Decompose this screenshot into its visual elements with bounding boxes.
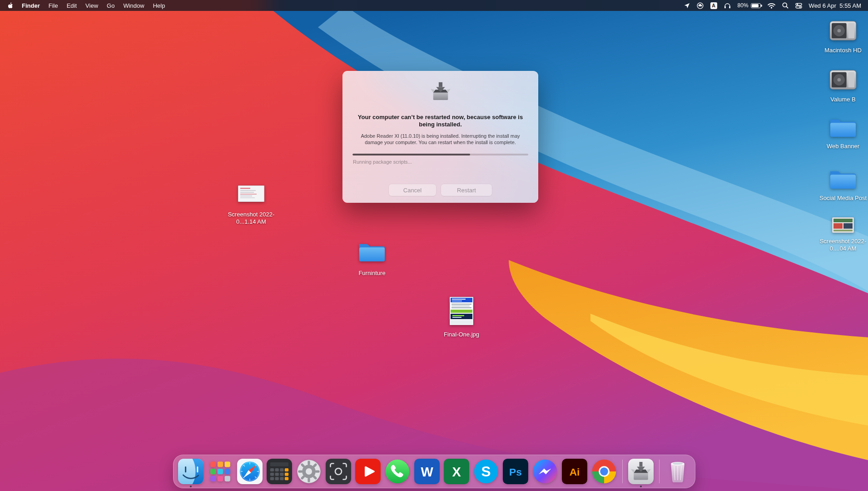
desktop-icon-label: Web Banner — [819, 143, 867, 150]
dock-separator — [622, 460, 623, 483]
menu-bar-status-area: A 80% — [684, 2, 861, 9]
input-source-icon[interactable]: A — [710, 2, 717, 9]
image-thumbnail-icon — [238, 185, 264, 204]
dock: W X S Ps Ai — [173, 455, 695, 488]
menu-edit[interactable]: Edit — [67, 2, 77, 9]
dock-excel-icon[interactable]: X — [444, 459, 469, 484]
image-thumbnail-icon — [832, 217, 854, 235]
adobe-cc-icon[interactable] — [697, 2, 704, 9]
dialog-message: Adobe Reader XI (11.0.10) is being insta… — [354, 133, 527, 145]
spotlight-icon[interactable] — [782, 2, 789, 9]
dialog-title: Your computer can’t be restarted now, be… — [357, 114, 524, 128]
dock-screenshot-icon[interactable] — [326, 459, 351, 484]
input-source-letter: A — [712, 3, 715, 8]
dock-launchpad-icon[interactable] — [208, 459, 233, 484]
dock-calculator-icon[interactable] — [267, 459, 292, 484]
battery-status[interactable]: 80% — [738, 2, 761, 9]
desktop-icon-label: Screenshot 2022-0....04 AM — [819, 238, 867, 252]
svg-text:S: S — [481, 463, 491, 480]
dock-word-icon[interactable]: W — [414, 459, 440, 484]
restart-button[interactable]: Restart — [441, 184, 492, 196]
svg-text:W: W — [421, 465, 433, 479]
dock-finder-icon[interactable] — [178, 459, 203, 484]
svg-text:Ai: Ai — [569, 466, 580, 478]
dock-chrome-icon[interactable] — [591, 459, 617, 484]
cancel-button[interactable]: Cancel — [389, 184, 436, 196]
apple-menu-icon[interactable] — [7, 2, 13, 9]
dock-youtube-icon[interactable] — [355, 459, 381, 484]
dialog-buttons: Cancel Restart — [342, 184, 538, 196]
installer-dialog: Your computer can’t be restarted now, be… — [342, 71, 538, 203]
menu-bar-left: Finder File Edit View Go Window Help — [7, 2, 165, 9]
image-thumbnail-icon — [450, 297, 473, 327]
dock-separator — [659, 460, 660, 483]
location-icon[interactable] — [684, 3, 690, 9]
dock-system-preferences-icon[interactable] — [296, 459, 322, 484]
desktop-icon-label: Macintosh HD — [819, 47, 867, 54]
folder-icon — [358, 241, 386, 264]
dock-whatsapp-icon[interactable] — [385, 459, 410, 484]
installer-package-icon — [429, 80, 452, 104]
dialog-status-text: Running package scripts... — [353, 159, 528, 165]
menu-app-name[interactable]: Finder — [22, 2, 40, 9]
desktop-icon-label: Screenshot 2022-0...1.14 AM — [226, 211, 277, 225]
desktop-icon-screenshot-2[interactable]: Screenshot 2022-0....04 AM — [819, 217, 867, 252]
svg-text:Ps: Ps — [509, 466, 522, 478]
internal-drive-icon — [829, 68, 857, 93]
desktop-icon-web-banner[interactable]: Web Banner — [819, 116, 867, 150]
headphones-icon[interactable] — [724, 3, 731, 9]
menu-help[interactable]: Help — [153, 2, 165, 9]
desktop-icon-label: Final-One.jpg — [435, 331, 488, 338]
menu-bar: Finder File Edit View Go Window Help A — [0, 0, 868, 11]
desktop-icon-label: Furninture — [347, 270, 397, 277]
progress-bar-fill — [352, 154, 470, 155]
dock-illustrator-icon[interactable]: Ai — [562, 459, 587, 484]
desktop-icon-social-media-post[interactable]: Social Media Post — [819, 168, 867, 202]
dock-photoshop-icon[interactable]: Ps — [503, 459, 528, 484]
battery-icon — [751, 3, 761, 8]
menu-window[interactable]: Window — [123, 2, 144, 9]
folder-icon — [829, 116, 857, 140]
control-center-icon[interactable] — [795, 2, 802, 9]
desktop-icon-final-one-jpg[interactable]: Final-One.jpg — [435, 297, 488, 338]
progress-bar — [352, 154, 528, 155]
desktop-icon-furninture[interactable]: Furninture — [347, 241, 397, 277]
folder-icon — [829, 168, 857, 191]
internal-drive-icon — [829, 19, 857, 44]
dock-skype-icon[interactable]: S — [473, 459, 499, 484]
menu-file[interactable]: File — [49, 2, 58, 9]
battery-percent: 80% — [738, 2, 749, 9]
wifi-icon[interactable] — [768, 3, 775, 9]
menu-view[interactable]: View — [85, 2, 98, 9]
dock-trash-icon[interactable] — [665, 459, 690, 484]
menu-go[interactable]: Go — [107, 2, 114, 9]
desktop-icon-screenshot-1[interactable]: Screenshot 2022-0...1.14 AM — [226, 185, 277, 225]
dock-installer-icon[interactable] — [628, 459, 654, 484]
dock-safari-icon[interactable] — [237, 459, 263, 484]
menu-clock[interactable]: Wed 6 Apr 5:55 AM — [809, 2, 861, 9]
desktop-icon-valume-b[interactable]: Valume B — [819, 68, 867, 103]
dock-messenger-icon[interactable] — [532, 459, 558, 484]
desktop-icon-label: Social Media Post — [819, 195, 867, 202]
desktop-icon-macintosh-hd[interactable]: Macintosh HD — [819, 19, 867, 54]
desktop-icon-label: Valume B — [819, 96, 867, 103]
svg-text:X: X — [452, 465, 461, 479]
